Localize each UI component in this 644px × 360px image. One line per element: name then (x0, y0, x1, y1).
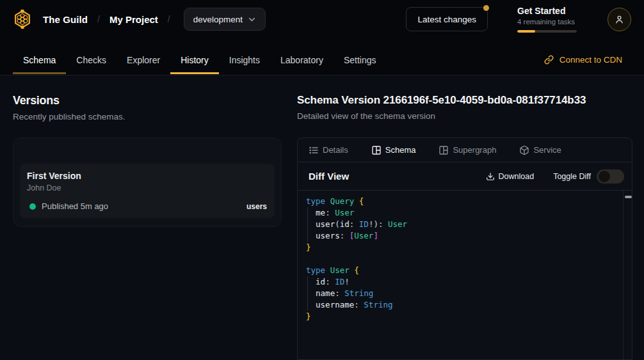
versions-list-panel: First Version John Doe Published 5m ago … (13, 137, 282, 227)
tab-settings[interactable]: Settings (334, 45, 387, 75)
versions-subtitle: Recently published schemas. (13, 112, 282, 121)
version-list-item[interactable]: First Version John Doe Published 5m ago … (20, 164, 275, 218)
tab-label: Service (533, 145, 561, 155)
tab-label: Supergraph (453, 145, 496, 155)
get-started-widget[interactable]: Get Started 4 remaining tasks (517, 6, 578, 33)
tab-details[interactable]: Details (309, 145, 348, 155)
toggle-diff-label: Toggle Diff (553, 172, 591, 181)
get-started-progress (517, 30, 577, 33)
link-icon (544, 55, 554, 65)
cdn-link-label: Connect to CDN (559, 55, 622, 65)
tab-schema-view[interactable]: Schema (371, 145, 416, 155)
progress-fill (517, 30, 535, 33)
tab-label: Schema (23, 55, 56, 65)
latest-changes-label: Latest changes (417, 15, 476, 24)
get-started-subtitle: 4 remaining tasks (517, 18, 578, 26)
person-icon (614, 14, 625, 25)
breadcrumb-separator: / (168, 14, 170, 24)
tab-label: Laboratory (280, 55, 323, 65)
diff-toolbar: Diff View Download Toggle Diff (298, 162, 632, 191)
tab-checks[interactable]: Checks (66, 45, 117, 75)
tab-label: Checks (76, 55, 106, 65)
package-icon (519, 145, 529, 155)
schema-version-section: Schema Version 2166196f-5e10-4059-bd0a-0… (297, 94, 632, 360)
toggle-diff-switch[interactable] (597, 169, 624, 184)
schema-code-viewer[interactable]: type Query { me: User user(id: ID!): Use… (298, 191, 632, 359)
top-header: The Guild / My Project / development Lat… (0, 0, 644, 38)
columns-icon (371, 145, 382, 155)
tab-label: Schema (385, 145, 416, 155)
download-button[interactable]: Download (486, 172, 535, 181)
code-scrollbar-thumb[interactable] (625, 196, 632, 198)
main-content: Versions Recently published schemas. Fir… (0, 75, 644, 360)
tab-label: Explorer (127, 55, 160, 65)
notification-dot (483, 5, 489, 11)
diff-view-title: Diff View (309, 171, 349, 182)
tab-supergraph[interactable]: Supergraph (439, 145, 496, 155)
download-icon (486, 172, 495, 181)
schema-version-title: Schema Version 2166196f-5e10-4059-bd0a-0… (297, 94, 632, 107)
download-label: Download (499, 172, 535, 181)
get-started-title: Get Started (517, 6, 578, 16)
tab-explorer[interactable]: Explorer (117, 45, 170, 75)
guild-logo-icon[interactable] (13, 10, 32, 29)
tab-label: History (181, 55, 209, 65)
chevron-down-icon (247, 15, 257, 24)
tab-schema[interactable]: Schema (13, 45, 66, 75)
versions-title: Versions (13, 94, 282, 107)
tab-label: Insights (229, 55, 260, 65)
schema-version-detail-box: Details Schema Supergraph Service Diff V… (297, 137, 632, 360)
tab-insights[interactable]: Insights (219, 45, 270, 75)
tab-laboratory[interactable]: Laboratory (270, 45, 334, 75)
target-select[interactable]: development (184, 8, 266, 31)
version-service-badge: users (246, 202, 267, 211)
project-nav: Schema Checks Explorer History Insights … (0, 38, 644, 75)
breadcrumb-project[interactable]: My Project (109, 14, 158, 25)
tab-label: Settings (344, 55, 376, 65)
versions-section: Versions Recently published schemas. Fir… (13, 94, 282, 360)
version-name: First Version (27, 171, 267, 181)
version-author: John Doe (27, 184, 267, 192)
published-status-dot (29, 203, 36, 210)
tab-label: Details (323, 145, 348, 155)
tab-service[interactable]: Service (519, 145, 561, 155)
version-status: Published 5m ago (42, 201, 108, 211)
detail-tabs: Details Schema Supergraph Service (298, 138, 632, 162)
target-select-value: development (193, 15, 243, 24)
list-icon (309, 145, 319, 155)
code-scrollbar[interactable] (623, 191, 632, 359)
schema-sdl-code: type Query { me: User user(id: ID!): Use… (298, 191, 632, 322)
user-avatar[interactable] (608, 8, 631, 31)
breadcrumb-org[interactable]: The Guild (43, 14, 88, 25)
breadcrumb-separator: / (97, 14, 100, 24)
tab-history[interactable]: History (170, 45, 219, 75)
columns-icon (439, 145, 449, 155)
connect-to-cdn-link[interactable]: Connect to CDN (544, 45, 622, 75)
schema-version-subtitle: Detailed view of the schema version (297, 111, 632, 121)
toggle-knob (599, 171, 610, 182)
latest-changes-button[interactable]: Latest changes (406, 7, 488, 31)
